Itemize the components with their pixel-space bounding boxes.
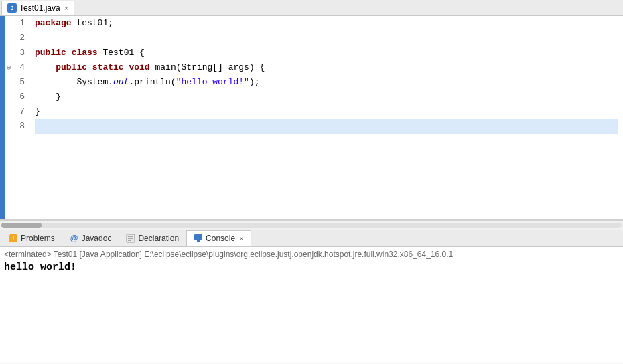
code-text-area[interactable]: package test01; public class Test01 { pu…: [29, 16, 623, 219]
problems-icon: !: [9, 234, 18, 243]
javadoc-label: Javadoc: [82, 234, 112, 243]
code-line-2: [35, 31, 618, 46]
line-num-5: 5: [5, 75, 29, 90]
console-panel: <terminated> Test01 [Java Application] E…: [0, 247, 623, 363]
code-line-7: }: [35, 104, 618, 119]
problems-icon-svg: !: [9, 234, 18, 243]
declaration-label: Declaration: [138, 234, 179, 243]
editor-scrollbar[interactable]: [0, 220, 623, 230]
bottom-panel: ! Problems @ Javadoc Declaration: [0, 230, 623, 363]
code-line-4: public static void main(String[] args) {: [35, 60, 618, 75]
declaration-icon: [126, 234, 135, 243]
svg-rect-6: [194, 234, 202, 240]
editor-tab-bar: J Test01.java ×: [0, 0, 623, 16]
code-line-1: package test01;: [35, 16, 618, 31]
line-num-7: 7: [5, 104, 29, 119]
scrollbar-thumb[interactable]: [1, 223, 42, 228]
code-line-3: public class Test01 {: [35, 46, 618, 60]
line-num-3: 3: [5, 46, 29, 60]
declaration-icon-svg: [126, 234, 135, 243]
console-icon: [194, 234, 203, 243]
tab-problems[interactable]: ! Problems: [1, 230, 62, 246]
code-line-8: [35, 119, 618, 134]
line-num-2: 2: [5, 31, 29, 46]
line-numbers: 1 2 3 4 5 6 7 8: [5, 16, 29, 219]
svg-rect-8: [196, 242, 201, 242]
tab-javadoc[interactable]: @ Javadoc: [62, 230, 119, 246]
line-num-4: 4: [5, 60, 29, 75]
line-num-8: 8: [5, 119, 29, 134]
code-line-5: System.out.println("hello world!");: [35, 75, 618, 90]
console-terminated-text: <terminated> Test01 [Java Application] E…: [4, 250, 619, 259]
code-line-6: }: [35, 90, 618, 104]
editor-tab[interactable]: J Test01.java ×: [1, 1, 74, 15]
scrollbar-track[interactable]: [1, 223, 622, 228]
svg-text:!: !: [13, 235, 15, 242]
tab-console[interactable]: Console ×: [186, 230, 251, 246]
bottom-tab-bar: ! Problems @ Javadoc Declaration: [0, 230, 623, 247]
line-num-6: 6: [5, 90, 29, 104]
javadoc-icon: @: [70, 234, 79, 243]
editor-gutter-stripe: [0, 16, 5, 219]
problems-label: Problems: [21, 234, 55, 243]
console-icon-svg: [194, 234, 203, 243]
tab-close-button[interactable]: ×: [64, 4, 68, 12]
svg-rect-7: [197, 240, 200, 242]
tab-declaration[interactable]: Declaration: [119, 230, 186, 246]
javadoc-at-symbol: @: [70, 234, 78, 243]
console-output: hello world!: [4, 262, 619, 273]
java-file-icon: J: [7, 3, 17, 13]
line-num-1: 1: [5, 16, 29, 31]
code-editor: 1 2 3 4 5 6 7 8 package test01; public c…: [0, 16, 623, 220]
console-label: Console: [206, 234, 235, 243]
console-tab-close-button[interactable]: ×: [239, 234, 243, 242]
tab-label: Test01.java: [19, 3, 60, 13]
